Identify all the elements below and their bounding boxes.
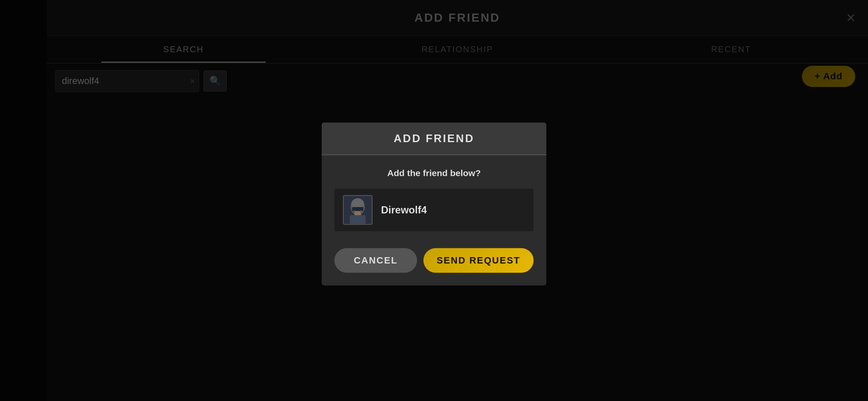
svg-rect-7 <box>353 216 363 221</box>
cancel-button[interactable]: CANCEL <box>334 248 417 272</box>
svg-rect-4 <box>353 208 363 211</box>
modal-title: ADD FRIEND <box>394 132 474 144</box>
modal-question: Add the friend below? <box>334 168 534 178</box>
avatar-image <box>344 195 372 224</box>
friend-name: Direwolf4 <box>381 204 427 216</box>
avatar <box>343 195 373 224</box>
svg-rect-8 <box>353 210 355 213</box>
send-request-button[interactable]: SEND REQUEST <box>423 248 534 272</box>
add-friend-modal: ADD FRIEND Add the friend below? <box>322 122 546 285</box>
friend-card: Direwolf4 <box>334 188 534 231</box>
modal-body: Add the friend below? <box>322 155 546 248</box>
modal-header: ADD FRIEND <box>322 122 546 155</box>
modal-footer: CANCEL SEND REQUEST <box>322 248 546 285</box>
svg-rect-9 <box>361 210 362 213</box>
svg-rect-5 <box>354 211 361 215</box>
